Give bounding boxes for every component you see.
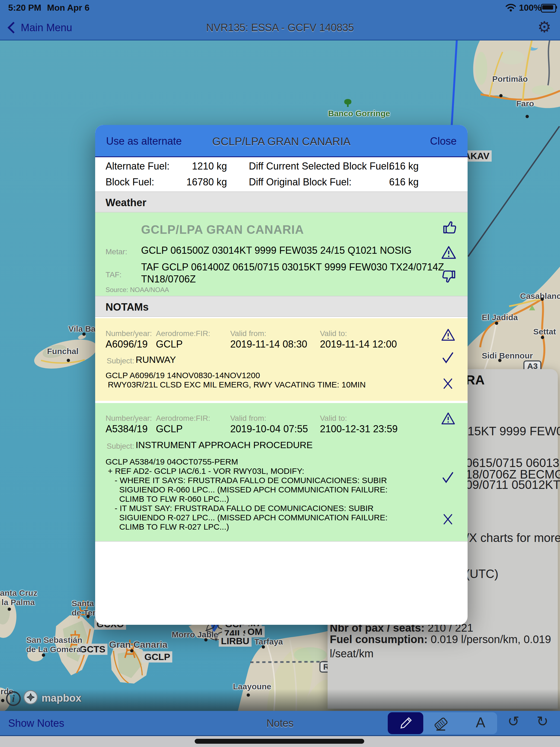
notam-card-2: Number/year: Aerodrome: FIR: Valid from:…	[95, 403, 467, 542]
subject-label: Subject:	[107, 442, 134, 450]
map-dot-tarfaya	[262, 645, 265, 649]
map-label-sidi-bennour: Sidi Bennour	[482, 351, 533, 360]
map-dot-sidi-bennour	[498, 359, 502, 362]
map-label-san-sebastian-2: de La Gomera	[26, 645, 81, 654]
aerodrome-label: Aerodrome:	[156, 329, 196, 338]
weather-station-title: GCLP/LPA GRAN CANARIA	[141, 223, 304, 236]
close-button[interactable]: Close	[430, 135, 457, 147]
map-dot-casablanca	[541, 298, 544, 301]
settings-gear-icon[interactable]: ⚙	[538, 18, 551, 36]
home-indicator[interactable]	[195, 739, 364, 744]
notam-number: A6096/19	[105, 338, 148, 350]
notam-warning-icon[interactable]	[441, 328, 456, 342]
notes-toolbar: Show Notes Notes A ↺ ↻	[0, 711, 560, 736]
block-fuel-label: Block Fuel:	[105, 176, 154, 188]
weather-section-bar: Weather	[95, 191, 467, 212]
park-icon	[344, 99, 351, 104]
mapbox-logo-icon[interactable]	[24, 690, 38, 704]
navigation-bar: Main Menu NVR135: ESSA - GCFV 140835 ⚙	[0, 16, 560, 41]
map-dot-portimao	[499, 94, 503, 97]
map-label-santa-cruz-palma-2: de la Palma	[0, 598, 35, 607]
notam-number: A5384/19	[105, 423, 148, 435]
notams-section-bar: NOTAMs	[95, 296, 467, 317]
number-year-label: Number/year:	[105, 414, 152, 423]
notam-accept-icon[interactable]	[441, 351, 455, 365]
waypoint-lirbu: LIRBU	[219, 636, 252, 647]
diff-original-value: 616 kg	[389, 176, 418, 188]
map-label-santa-cruz-palma-1: Santa Cruz	[0, 588, 37, 598]
mapbox-wordmark[interactable]: mapbox	[42, 692, 81, 704]
panel-taf-fragment-3: 09/0711 05012KT	[466, 478, 560, 492]
panel-charts-fragment: /X charts for more	[466, 531, 560, 545]
taf-label: TAF:	[105, 271, 122, 279]
notam-warning-icon[interactable]	[441, 411, 456, 426]
notam-aerodrome: GCLP	[156, 338, 183, 350]
map-info-icon[interactable]: i	[6, 691, 21, 706]
battery-fill	[542, 5, 553, 9]
pencil-tool-button[interactable]	[388, 712, 423, 734]
notam-accept-icon[interactable]	[441, 470, 455, 485]
map-label-gran-canaria: Gran Canaria	[109, 639, 168, 650]
waypoint-gclp: GCLP	[142, 651, 172, 663]
dialog-header: Use as alternate GCLP/LPA GRAN CANARIA C…	[95, 125, 467, 157]
flight-title: NVR135: ESSA - GCFV 140835	[0, 22, 560, 34]
taf-text: TAF GCLP 061400Z 0615/0715 03015KT 9999 …	[141, 261, 446, 285]
map-dot-laayoune	[247, 693, 250, 697]
map-dot-valverde	[1, 699, 4, 702]
panel-fuel-line: Fuel consumption: 0.019 l/person/km, 0.0…	[330, 632, 555, 661]
map-dot-santa-cruz-palma	[8, 608, 11, 611]
redo-button[interactable]: ↻	[536, 713, 549, 729]
map-label-morro-jable: Morro Jable	[172, 630, 218, 639]
valid-from-label: Valid from:	[230, 414, 266, 423]
notams-section-title: NOTAMs	[105, 301, 149, 313]
undo-button[interactable]: ↺	[508, 713, 519, 729]
thumbs-down-icon[interactable]	[441, 268, 457, 284]
map-dot-morro-jable	[204, 638, 207, 641]
notam-valid-from: 2019-11-14 08:30	[230, 338, 307, 350]
map-dot-faro	[526, 115, 529, 118]
weather-section-title: Weather	[105, 197, 146, 209]
eraser-tool-button[interactable]	[432, 715, 450, 732]
wifi-icon	[505, 3, 516, 12]
notam-dismiss-icon[interactable]	[441, 512, 455, 525]
map-dot-funchal	[67, 359, 70, 362]
notam-body: GCLP A6096/19 14NOV0830-14NOV1200 RWY03R…	[105, 371, 428, 389]
notam-dismiss-icon[interactable]	[441, 377, 455, 390]
notam-aerodrome: GCLP	[156, 423, 183, 435]
fuel-consumption-label: Fuel consumption:	[330, 633, 428, 645]
pencil-icon	[399, 716, 413, 730]
text-tool-button[interactable]: A	[476, 714, 485, 730]
alternate-fuel-value: 1210 kg	[150, 160, 227, 172]
map-label-portimao: Portimão	[492, 74, 528, 84]
subject-label: Subject:	[107, 357, 134, 365]
dialog-title: GCLP/LPA GRAN CANARIA	[95, 135, 467, 148]
diff-original-label: Diff Original Block Fuel:	[249, 176, 351, 188]
notam-subject: RUNWAY	[136, 354, 176, 365]
notam-valid-from: 2019-10-04 07:55	[230, 423, 308, 435]
fir-label: FIR:	[196, 414, 210, 423]
thumbs-up-icon[interactable]	[442, 220, 458, 235]
map-label-settat: Settat	[533, 327, 556, 336]
status-bar: 5:20 PM Mon Apr 6 100%	[0, 0, 560, 16]
battery-percent: 100%	[519, 3, 541, 13]
map-dot-gran-canaria	[130, 649, 133, 652]
number-year-label: Number/year:	[105, 329, 152, 338]
app-screen: Portimão Faro Banco Gorringe AKAV Casabl…	[0, 0, 560, 747]
metar-text: GCLP 061500Z 03014KT 9999 FEW035 24/15 Q…	[141, 245, 464, 256]
block-fuel-value: 16780 kg	[150, 176, 227, 188]
map-label-laayoune: Laayoune	[233, 682, 271, 691]
clock: 5:20 PM	[8, 3, 41, 13]
map-label-funchal: Funchal	[47, 347, 78, 356]
map-label-faro: Faro	[516, 99, 534, 108]
weather-warning-icon[interactable]	[441, 245, 457, 261]
alternate-airport-dialog: Use as alternate GCLP/LPA GRAN CANARIA C…	[95, 125, 467, 625]
map-label-casablanca: Casablanca	[520, 291, 560, 301]
waypoint-gcts: GCTS	[77, 644, 107, 655]
notam-valid-to: 2019-11-14 12:00	[320, 338, 397, 350]
date: Mon Apr 6	[47, 3, 90, 13]
map-dot-santa-cruz-tenerife	[86, 615, 90, 618]
map-label-san-sebastian-1: San Sebastián	[26, 636, 82, 645]
map-dot-el-jadida	[495, 321, 498, 325]
battery-tip	[556, 6, 557, 9]
notam-card-1: Number/year: Aerodrome: FIR: Valid from:…	[95, 318, 467, 401]
